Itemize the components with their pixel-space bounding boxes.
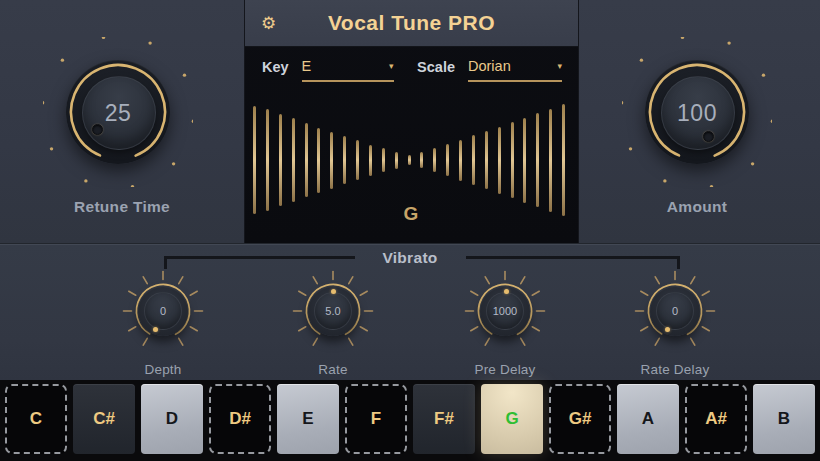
rate-knob-indicator xyxy=(331,289,336,294)
detected-note: G xyxy=(245,203,578,225)
gear-icon[interactable]: ⚙ xyxy=(261,15,276,32)
dropdown-arrow-icon: ▾ xyxy=(389,58,394,71)
key-Gsharp[interactable]: G# xyxy=(549,384,611,454)
pre-delay-knob[interactable]: 1000 xyxy=(450,256,560,366)
waveform-bar xyxy=(562,104,565,216)
waveform-bar xyxy=(356,140,359,180)
amount-knob[interactable]: 100 xyxy=(622,37,772,187)
depth-knob-indicator xyxy=(153,327,158,332)
retune-time-label: Retune Time xyxy=(32,198,212,216)
panel-header: ⚙ Vocal Tune PRO xyxy=(245,0,578,47)
key-Fsharp[interactable]: F# xyxy=(413,384,475,454)
waveform-bar xyxy=(472,135,475,185)
waveform-bar xyxy=(420,152,423,168)
center-panel: ⚙ Vocal Tune PRO Key E ▾ Scale Dorian ▾ xyxy=(245,0,578,243)
key-G[interactable]: G xyxy=(481,384,543,454)
waveform-bar xyxy=(511,122,514,198)
key-C[interactable]: C xyxy=(5,384,67,454)
waveform-bar xyxy=(523,118,526,203)
vocal-tune-plugin-window: 25 Retune Time ⚙ Vocal Tune PRO Key E ▾ … xyxy=(0,0,820,461)
rate-knob-group: 5.0Rate xyxy=(258,256,408,377)
waveform-bar xyxy=(498,127,501,194)
key-group: Key E ▾ xyxy=(262,58,394,82)
pre-delay-knob-group: 1000Pre Delay xyxy=(430,256,580,377)
waveform-bar xyxy=(536,113,539,207)
waveform-bar xyxy=(446,144,449,176)
depth-knob[interactable]: 0 xyxy=(108,256,218,366)
key-label: Key xyxy=(262,58,289,75)
key-D[interactable]: D xyxy=(141,384,203,454)
rate-delay-knob-indicator xyxy=(665,327,670,332)
waveform-bar xyxy=(485,131,488,189)
depth-knob-group: 0Depth xyxy=(88,256,238,377)
amount-knob-value: 100 xyxy=(622,100,772,127)
scale-value: Dorian xyxy=(468,58,511,74)
waveform-bar xyxy=(395,152,398,169)
waveform-bar xyxy=(317,128,320,193)
waveform-bar xyxy=(292,118,295,202)
rate-delay-knob[interactable]: 0 xyxy=(620,256,730,366)
key-dropdown[interactable]: E ▾ xyxy=(302,58,394,82)
key-B[interactable]: B xyxy=(753,384,815,454)
waveform-bar xyxy=(408,155,411,165)
note-keyboard: CC#DD#EFF#GG#AA#B xyxy=(0,380,820,461)
amount-knob-indicator xyxy=(703,131,714,142)
depth-knob-value: 0 xyxy=(108,305,218,317)
retune-time-knob[interactable]: 25 xyxy=(43,37,193,187)
retune-time-knob-value: 25 xyxy=(43,100,193,127)
key-Dsharp[interactable]: D# xyxy=(209,384,271,454)
rate-knob[interactable]: 5.0 xyxy=(278,256,388,366)
dropdown-arrow-icon: ▾ xyxy=(557,58,562,71)
waveform-bar xyxy=(266,109,269,211)
key-A[interactable]: A xyxy=(617,384,679,454)
rate-knob-value: 5.0 xyxy=(278,305,388,317)
pre-delay-knob-value: 1000 xyxy=(450,305,560,317)
key-Asharp[interactable]: A# xyxy=(685,384,747,454)
plugin-title: Vocal Tune PRO xyxy=(245,0,578,46)
vibrato-section: Vibrato 0Depth5.0Rate1000Pre Delay0Rate … xyxy=(0,243,820,381)
key-F[interactable]: F xyxy=(345,384,407,454)
waveform-bar xyxy=(279,114,282,206)
waveform-bar xyxy=(549,109,552,212)
key-scale-row: Key E ▾ Scale Dorian ▾ xyxy=(262,58,562,82)
waveform-bar xyxy=(459,140,462,181)
amount-label: Amount xyxy=(607,198,787,216)
top-section: 25 Retune Time ⚙ Vocal Tune PRO Key E ▾ … xyxy=(0,0,820,243)
scale-label: Scale xyxy=(417,58,455,75)
waveform-bar xyxy=(382,148,385,172)
rate-delay-knob-group: 0Rate Delay xyxy=(600,256,750,377)
waveform-bar xyxy=(369,145,372,176)
key-value: E xyxy=(302,58,312,74)
waveform-bar xyxy=(253,106,256,214)
scale-dropdown[interactable]: Dorian ▾ xyxy=(468,58,562,82)
waveform-bar xyxy=(343,136,346,184)
waveform-bar xyxy=(330,132,333,189)
rate-delay-knob-value: 0 xyxy=(620,305,730,317)
waveform-bar xyxy=(433,148,436,172)
pre-delay-knob-indicator xyxy=(504,289,509,294)
key-E[interactable]: E xyxy=(277,384,339,454)
key-Csharp[interactable]: C# xyxy=(73,384,135,454)
waveform-bar xyxy=(305,123,308,197)
scale-group: Scale Dorian ▾ xyxy=(417,58,562,82)
